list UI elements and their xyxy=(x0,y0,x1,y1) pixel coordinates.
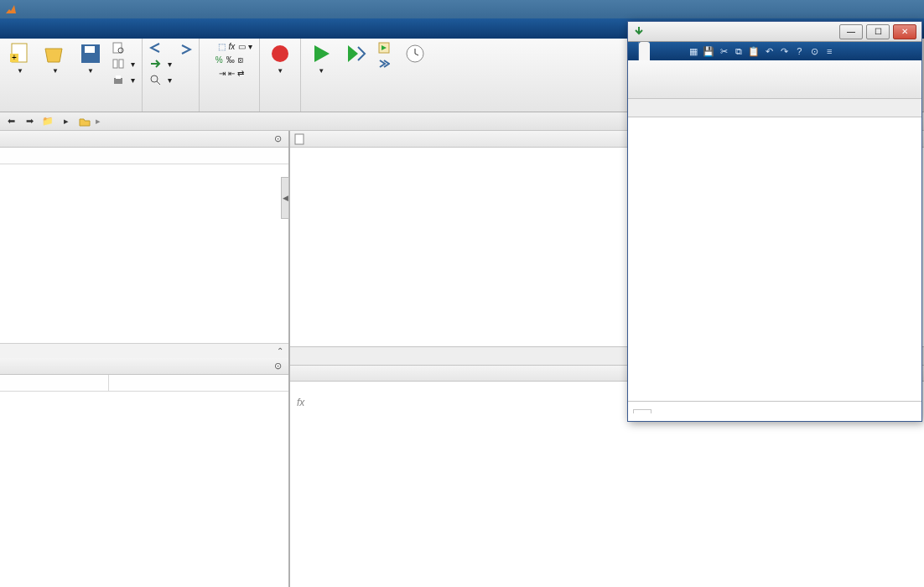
import-grid[interactable] xyxy=(628,117,921,401)
goto-button[interactable]: ▾ xyxy=(146,56,175,71)
qat-cut-icon[interactable]: ✂ xyxy=(716,46,731,57)
sheet-selector xyxy=(628,401,921,421)
import-tab-view[interactable] xyxy=(639,42,650,60)
close-button[interactable]: ✕ xyxy=(893,24,916,39)
nav-back-button[interactable] xyxy=(146,40,175,55)
run-section-button[interactable] xyxy=(375,40,397,55)
indent-button[interactable]: ⇥ ⇤ ⇄ xyxy=(203,67,256,80)
svg-rect-15 xyxy=(295,134,304,144)
forward-icon[interactable]: ➡ xyxy=(22,114,37,129)
import-tab-ellipsis[interactable] xyxy=(628,42,639,60)
qat-undo-icon[interactable]: ↶ xyxy=(761,46,776,57)
find-files-button[interactable] xyxy=(109,40,138,55)
app-titlebar xyxy=(0,0,924,18)
svg-point-12 xyxy=(272,45,288,62)
current-folder-panel xyxy=(0,148,288,343)
file-detail-bar: ⌃ xyxy=(0,343,288,358)
import-icon xyxy=(633,26,645,38)
qat-new-icon[interactable]: ▦ xyxy=(686,46,701,57)
history-icon[interactable]: ▸ xyxy=(59,114,74,129)
add-column-button[interactable] xyxy=(631,106,638,110)
qat-minimize-ribbon-icon[interactable]: ≡ xyxy=(822,46,837,56)
workspace-columns xyxy=(0,375,288,392)
run-time-button[interactable] xyxy=(398,40,432,69)
current-folder-header: ⊙ xyxy=(0,131,288,148)
svg-rect-9 xyxy=(114,78,122,84)
import-groups xyxy=(628,60,921,99)
print-button[interactable]: ▾ xyxy=(109,72,138,87)
ws-col-value[interactable] xyxy=(109,375,119,391)
new-button[interactable]: +▼ xyxy=(3,40,37,76)
save-button[interactable]: ▼ xyxy=(74,40,107,76)
qat-paste-icon[interactable]: 📋 xyxy=(746,46,761,57)
qat-copy-icon[interactable]: ⧉ xyxy=(731,46,746,57)
svg-point-11 xyxy=(151,75,158,82)
svg-rect-8 xyxy=(119,60,123,68)
qat-redo-icon[interactable]: ↷ xyxy=(776,46,792,57)
qat-dropdown-icon[interactable]: ⊙ xyxy=(807,46,822,57)
advance-button[interactable] xyxy=(375,56,397,71)
fx-prompt-icon[interactable]: fx xyxy=(297,397,304,408)
toolstrip-breakpoints-group: ▼ xyxy=(260,39,301,112)
svg-rect-10 xyxy=(116,75,121,79)
run-advance-button[interactable] xyxy=(340,40,373,69)
breakpoints-button[interactable]: ▼ xyxy=(263,40,297,76)
collapse-handle[interactable]: ◀ xyxy=(281,177,289,219)
import-window: — ☐ ✕ ▦ 💾 ✂ ⧉ 📋 ↶ ↷ ? ⊙ ≡ xyxy=(627,21,922,422)
insert-button[interactable]: ⬚ fx ▭ ▾ xyxy=(203,40,256,53)
toolstrip-edit-group: ⬚ fx ▭ ▾ % ‰ ⦻ ⇥ ⇤ ⇄ xyxy=(200,39,260,112)
maximize-button[interactable]: ☐ xyxy=(866,24,890,39)
panel-menu-icon[interactable]: ⊙ xyxy=(272,133,283,145)
toolstrip-file-group: +▼ ▼ ▼ ▾ ▾ xyxy=(0,39,143,112)
nav-forward-button[interactable] xyxy=(177,42,195,57)
ws-col-name[interactable] xyxy=(0,375,109,391)
run-button[interactable]: ▼ xyxy=(304,40,338,76)
svg-rect-4 xyxy=(85,46,95,53)
svg-rect-7 xyxy=(113,60,117,68)
panel-menu-icon[interactable]: ⊙ xyxy=(272,361,283,372)
minimize-button[interactable]: — xyxy=(839,24,863,39)
import-ribbon: ▦ 💾 ✂ ⧉ 📋 ↶ ↷ ? ⊙ ≡ xyxy=(628,42,921,60)
svg-text:+: + xyxy=(12,53,17,62)
sheet-tab[interactable] xyxy=(633,409,651,413)
expand-detail-icon[interactable]: ⌃ xyxy=(277,346,283,356)
qat-help-icon[interactable]: ? xyxy=(792,46,807,56)
back-icon[interactable]: ⬅ xyxy=(3,114,18,129)
editor-file-icon xyxy=(293,133,305,145)
open-button[interactable]: ▼ xyxy=(39,40,72,76)
matlab-icon xyxy=(5,3,17,15)
folder-icon xyxy=(77,114,92,129)
import-file-tabs xyxy=(628,99,921,117)
workspace-header: ⊙ xyxy=(0,358,288,375)
qat-save-icon[interactable]: 💾 xyxy=(701,46,716,57)
import-titlebar[interactable]: — ☐ ✕ xyxy=(628,22,921,42)
compare-button[interactable]: ▾ xyxy=(109,56,138,71)
find-button[interactable]: ▾ xyxy=(146,72,175,87)
up-icon[interactable]: 📁 xyxy=(40,114,55,129)
comment-button[interactable]: % ‰ ⦻ xyxy=(203,54,256,66)
folder-column-header[interactable] xyxy=(0,148,288,164)
toolstrip-navigate-group: ▾ ▾ xyxy=(143,39,200,112)
